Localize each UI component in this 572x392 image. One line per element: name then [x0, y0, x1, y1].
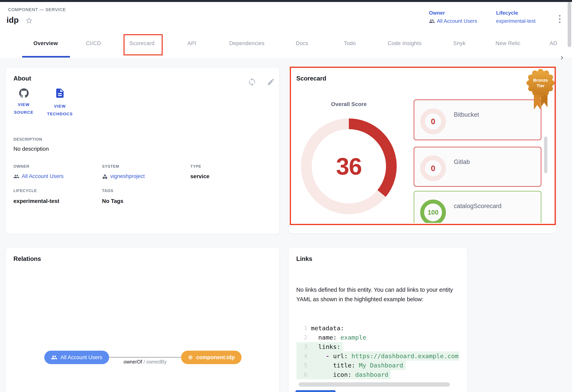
about-field-label-system: SYSTEM	[102, 164, 119, 169]
page: COMPONENT — SERVICE idp Owner All Accoun…	[0, 0, 572, 392]
code-line-number: 5	[297, 361, 307, 370]
code-line-4: 4 - url: https://dashboard.example.com	[297, 351, 459, 361]
people-icon	[14, 173, 19, 180]
about-card: About VIEW SOURCE VIEW TECHDOCS DESCRIPT…	[5, 67, 279, 234]
tab-new-relic[interactable]: New Relic	[495, 29, 520, 58]
owner-link[interactable]: All Account Users	[429, 18, 477, 24]
description-label: DESCRIPTION	[14, 137, 42, 142]
about-field-value-system: vigneshproject	[110, 173, 145, 180]
view-techdocs-line2: TECHDOCS	[42, 110, 78, 118]
score-ring: 100	[420, 199, 446, 223]
techdocs-icon[interactable]	[54, 88, 65, 99]
relation-node-component[interactable]: component:idp	[181, 351, 241, 364]
score-name: Gitlab	[454, 158, 470, 165]
code-line-6: 6 icon: dashboard	[297, 370, 459, 379]
tab-api[interactable]: API	[187, 29, 196, 58]
relation-forward: ownerOf	[124, 359, 142, 364]
edit-pencil-icon[interactable]	[267, 78, 275, 86]
tab-todo[interactable]: Todo	[344, 29, 356, 58]
memory-chip-icon	[188, 354, 193, 360]
links-card: Links No links defined for this entity. …	[288, 248, 467, 392]
more-options-kebab-icon[interactable]	[556, 13, 564, 25]
code-line-text: title: My Dashboard	[311, 361, 403, 370]
relations-title: Relations	[14, 255, 41, 262]
about-field-label-tags: TAGS	[102, 188, 113, 193]
scorecard-item-list: 0Bitbucket0Gitlab100catalogScorecard	[414, 99, 544, 223]
entity-header: COMPONENT — SERVICE idp Owner All Accoun…	[0, 2, 572, 29]
view-source-link[interactable]: VIEW SOURCE	[6, 101, 42, 116]
about-field-label-type: TYPE	[190, 164, 201, 169]
view-source-line2: SOURCE	[6, 108, 42, 116]
description-value: No description	[14, 146, 49, 152]
scorecard-item-catalogscorecard[interactable]: 100catalogScorecard	[414, 191, 541, 223]
annotation-box-scorecard-tab	[124, 34, 163, 55]
about-field-type: service	[190, 173, 209, 180]
breadcrumb-kind: COMPONENT — SERVICE	[8, 7, 66, 12]
scorecard-item-gitlab[interactable]: 0Gitlab	[414, 147, 541, 187]
category-icon	[102, 173, 108, 180]
tabs-overflow-chevron-right-icon[interactable]	[558, 54, 566, 62]
code-line-number: 2	[297, 333, 307, 342]
code-line-3: 3 links:	[297, 342, 459, 351]
code-line-text: icon: dashboard	[311, 370, 388, 379]
score-name: catalogScorecard	[454, 203, 501, 210]
favorite-star-icon[interactable]	[25, 16, 33, 25]
browser-top-bar	[0, 0, 572, 2]
scorecard-list-scrollbar[interactable]	[544, 136, 547, 173]
tab-overview[interactable]: Overview	[33, 29, 58, 58]
relation-separator: /	[142, 359, 146, 364]
tab-ad[interactable]: AD	[550, 29, 557, 58]
relation-edge	[109, 357, 181, 358]
scorecard-card: Scorecard Overall Score 36 0Bitbucket0Gi…	[288, 67, 556, 233]
about-title: About	[14, 75, 31, 82]
score-value: 100	[428, 209, 438, 216]
entity-tabs: OverviewCI/CDScorecardAPIDependenciesDoc…	[0, 29, 572, 58]
tab-dependencies[interactable]: Dependencies	[229, 29, 265, 58]
lifecycle-label: Lifecycle	[496, 10, 535, 16]
tab-docs[interactable]: Docs	[296, 29, 308, 58]
overall-score-value: 36	[300, 117, 398, 216]
overall-score-label: Overall Score	[300, 101, 398, 107]
tab-snyk[interactable]: Snyk	[453, 29, 465, 58]
links-title: Links	[296, 255, 312, 262]
tab-ci-cd[interactable]: CI/CD	[86, 29, 101, 58]
code-horizontal-scrollbar[interactable]	[299, 382, 450, 387]
people-icon	[51, 354, 57, 360]
links-action-button[interactable]	[296, 390, 336, 392]
lifecycle-value: experimental-test	[496, 18, 535, 24]
code-line-text: links:	[311, 342, 340, 351]
people-icon	[429, 18, 435, 24]
about-field-label-owner: OWNER	[14, 164, 30, 169]
bronze-tier-badge: Bronze Tier	[526, 69, 555, 112]
view-techdocs-link[interactable]: VIEW TECHDOCS	[42, 102, 78, 118]
owner-label: Owner	[429, 10, 477, 16]
scorecard-title: Scorecard	[296, 75, 326, 82]
relation-node-owner-label: All Account Users	[61, 354, 102, 360]
about-field-value-owner: All Account Users	[22, 173, 64, 180]
code-line-text: metadata:	[311, 324, 344, 333]
view-source-line1: VIEW	[6, 101, 42, 108]
code-line-5: 5 title: My Dashboard	[297, 361, 459, 370]
links-empty-text: No links defined for this entity. You ca…	[296, 285, 460, 304]
relation-node-owner[interactable]: All Account Users	[44, 351, 109, 364]
badge-line2: Tier	[537, 83, 544, 88]
badge-line1: Bronze	[533, 78, 548, 83]
github-icon[interactable]	[19, 88, 29, 98]
refresh-icon[interactable]	[247, 77, 256, 86]
active-tab-indicator	[22, 56, 70, 58]
scorecard-item-bitbucket[interactable]: 0Bitbucket	[414, 99, 541, 140]
code-line-text: - url: https://dashboard.example.com	[311, 351, 459, 361]
code-line-number: 3	[297, 342, 307, 351]
page-scrollbar[interactable]	[568, 2, 571, 47]
code-line-1: 1metadata:	[297, 324, 459, 333]
score-value: 0	[431, 164, 435, 173]
code-line-2: 2 name: example	[297, 333, 459, 342]
tab-code-insights[interactable]: Code Insights	[388, 29, 422, 58]
score-ring: 0	[420, 109, 446, 134]
score-name: Bitbucket	[454, 111, 479, 118]
header-owner: Owner All Account Users	[429, 10, 477, 24]
owner-value: All Account Users	[437, 18, 477, 24]
page-title: idp	[7, 16, 18, 25]
about-field-owner[interactable]: All Account Users	[14, 173, 64, 180]
about-field-system[interactable]: vigneshproject	[102, 173, 145, 180]
